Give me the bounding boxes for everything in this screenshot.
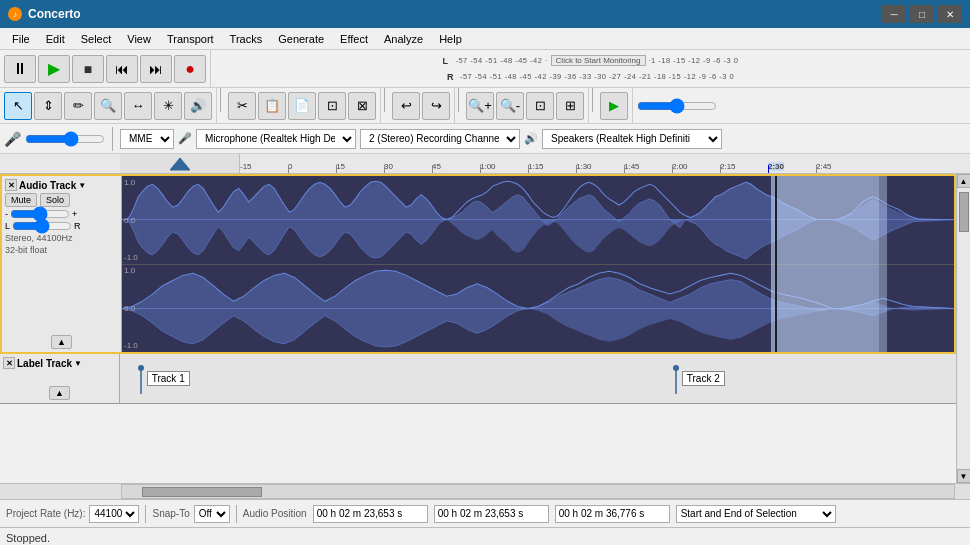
app-title: Concerto bbox=[28, 7, 81, 21]
minimize-button[interactable]: ─ bbox=[882, 5, 906, 23]
label-track1: Track 1 bbox=[137, 364, 190, 394]
input-device-select[interactable]: Microphone (Realtek High Defini bbox=[196, 129, 356, 149]
close-button[interactable]: ✕ bbox=[938, 5, 962, 23]
playback-speed-slider[interactable] bbox=[637, 99, 717, 113]
label-track-content[interactable]: Track 1 Track 2 bbox=[120, 354, 956, 403]
track-info: Stereo, 44100Hz32-bit float bbox=[5, 233, 118, 256]
redo-button[interactable]: ↪ bbox=[422, 92, 450, 120]
maximize-button[interactable]: □ bbox=[910, 5, 934, 23]
paste-button[interactable]: 📄 bbox=[288, 92, 316, 120]
vu-click-monitor[interactable]: Click to Start Monitoring bbox=[551, 55, 646, 66]
timeline-triangle-icon bbox=[170, 156, 190, 172]
audio-track-close[interactable]: ✕ bbox=[5, 179, 17, 191]
envelope-tool[interactable]: ⇕ bbox=[34, 92, 62, 120]
cut-button[interactable]: ✂ bbox=[228, 92, 256, 120]
sel-end-input[interactable] bbox=[555, 505, 670, 523]
menu-bar: File Edit Select View Transport Tracks G… bbox=[0, 28, 970, 50]
selection-tool[interactable]: ↖ bbox=[4, 92, 32, 120]
draw-tool[interactable]: ✏ bbox=[64, 92, 92, 120]
label-track: ✕ Label Track ▼ ▲ bbox=[0, 354, 956, 404]
timeshift-tool[interactable]: ↔ bbox=[124, 92, 152, 120]
zoom-out-button[interactable]: 🔍- bbox=[496, 92, 524, 120]
menu-file[interactable]: File bbox=[4, 28, 38, 50]
scroll-thumb[interactable] bbox=[959, 192, 969, 232]
sel-type-select[interactable]: Start and End of Selection bbox=[676, 505, 836, 523]
menu-transport[interactable]: Transport bbox=[159, 28, 222, 50]
play-button[interactable]: ▶ bbox=[38, 55, 70, 83]
record-button[interactable]: ● bbox=[174, 55, 206, 83]
mic-icon2: 🎤 bbox=[178, 132, 192, 145]
label-collapse-button[interactable]: ▲ bbox=[49, 386, 70, 400]
vu-top-numbers-right: ·1 -18 -15 -12 -9 -6 -3 0 bbox=[649, 56, 739, 65]
mute-button[interactable]: Mute bbox=[5, 193, 37, 207]
status-message: Stopped. bbox=[6, 530, 50, 544]
h-scrollbar-thumb[interactable] bbox=[142, 487, 262, 497]
audio-host-select[interactable]: MME bbox=[120, 129, 174, 149]
collapse-button[interactable]: ▲ bbox=[51, 335, 72, 349]
silence-button[interactable]: ⊠ bbox=[348, 92, 376, 120]
vu-top-numbers: -57 -54 -51 -48 -45 -42 · bbox=[455, 56, 547, 65]
zoom-fit-button[interactable]: ⊡ bbox=[526, 92, 554, 120]
horizontal-scroll-area[interactable] bbox=[0, 483, 970, 499]
label-pin-1 bbox=[137, 364, 145, 394]
undo-button[interactable]: ↩ bbox=[392, 92, 420, 120]
audio-track-name-button[interactable]: Audio Track ▼ bbox=[19, 180, 86, 191]
sel-start-input[interactable] bbox=[434, 505, 549, 523]
pan-slider[interactable] bbox=[12, 221, 72, 231]
status-message-bar: Stopped. bbox=[0, 527, 970, 545]
label-track-name-button[interactable]: Label Track ▼ bbox=[17, 358, 82, 369]
title-bar: ♪ Concerto ─ □ ✕ bbox=[0, 0, 970, 28]
label-text-1[interactable]: Track 1 bbox=[147, 371, 190, 386]
menu-edit[interactable]: Edit bbox=[38, 28, 73, 50]
label-track-header: ✕ Label Track ▼ ▲ bbox=[0, 354, 120, 403]
zoom-tool[interactable]: 🔍 bbox=[94, 92, 122, 120]
skip-back-button[interactable]: ⏮ bbox=[106, 55, 138, 83]
vu-bottom-numbers: -57 -54 -51 -48 -45 -42 -39 -36 -33 -30 … bbox=[460, 72, 734, 81]
mixer-row: 🎤 MME 🎤 Microphone (Realtek High Defini … bbox=[0, 124, 970, 154]
menu-tracks[interactable]: Tracks bbox=[222, 28, 271, 50]
output-device-select[interactable]: Speakers (Realtek High Definiti bbox=[542, 129, 722, 149]
stop-button[interactable]: ■ bbox=[72, 55, 104, 83]
menu-view[interactable]: View bbox=[119, 28, 159, 50]
waveform-svg-2 bbox=[122, 265, 954, 352]
channels-select[interactable]: 2 (Stereo) Recording Channels bbox=[360, 129, 520, 149]
timeline-ruler[interactable]: -15 0 15 30 45 1:00 1:15 1:30 1:45 2:00 … bbox=[0, 154, 970, 174]
menu-generate[interactable]: Generate bbox=[270, 28, 332, 50]
scroll-down-button[interactable]: ▼ bbox=[957, 469, 971, 483]
scroll-up-button[interactable]: ▲ bbox=[957, 174, 971, 188]
scroll-track bbox=[958, 188, 970, 469]
project-rate-select[interactable]: 44100 bbox=[89, 505, 139, 523]
label-text-2[interactable]: Track 2 bbox=[682, 371, 725, 386]
trim-button[interactable]: ⊡ bbox=[318, 92, 346, 120]
menu-effect[interactable]: Effect bbox=[332, 28, 376, 50]
app-icon: ♪ bbox=[8, 7, 22, 21]
menu-select[interactable]: Select bbox=[73, 28, 120, 50]
waveform-channel-1[interactable] bbox=[122, 176, 954, 265]
menu-help[interactable]: Help bbox=[431, 28, 470, 50]
zoom-normal-button[interactable]: ⊞ bbox=[556, 92, 584, 120]
label-pin-2 bbox=[672, 364, 680, 394]
speaker-icon: 🔊 bbox=[524, 132, 538, 145]
solo-button[interactable]: Solo bbox=[40, 193, 70, 207]
zoom-in-button[interactable]: 🔍+ bbox=[466, 92, 494, 120]
pause-button[interactable]: ⏸ bbox=[4, 55, 36, 83]
label-track2: Track 2 bbox=[672, 364, 725, 394]
project-rate-label: Project Rate (Hz): bbox=[6, 508, 85, 519]
vertical-scrollbar[interactable]: ▲ ▼ bbox=[956, 174, 970, 483]
snap-to-select[interactable]: Off bbox=[194, 505, 230, 523]
copy-button[interactable]: 📋 bbox=[258, 92, 286, 120]
volume-tool[interactable]: 🔊 bbox=[184, 92, 212, 120]
skip-forward-button[interactable]: ⏭ bbox=[140, 55, 172, 83]
status-bar: Project Rate (Hz): 44100 Snap-To Off Aud… bbox=[0, 499, 970, 527]
audio-pos-label: Audio Position bbox=[243, 508, 307, 519]
menu-analyze[interactable]: Analyze bbox=[376, 28, 431, 50]
multi-tool[interactable]: ✳ bbox=[154, 92, 182, 120]
audio-position-input[interactable] bbox=[313, 505, 428, 523]
waveform-channel-2[interactable] bbox=[122, 265, 954, 352]
label-track-close[interactable]: ✕ bbox=[3, 357, 15, 369]
mic-volume-slider[interactable] bbox=[25, 132, 105, 146]
play-green-button[interactable]: ▶ bbox=[600, 92, 628, 120]
playhead-ruler bbox=[768, 165, 769, 173]
h-scrollbar-track[interactable] bbox=[121, 484, 955, 499]
audio-track-header: ✕ Audio Track ▼ Mute Solo - + bbox=[2, 176, 122, 352]
